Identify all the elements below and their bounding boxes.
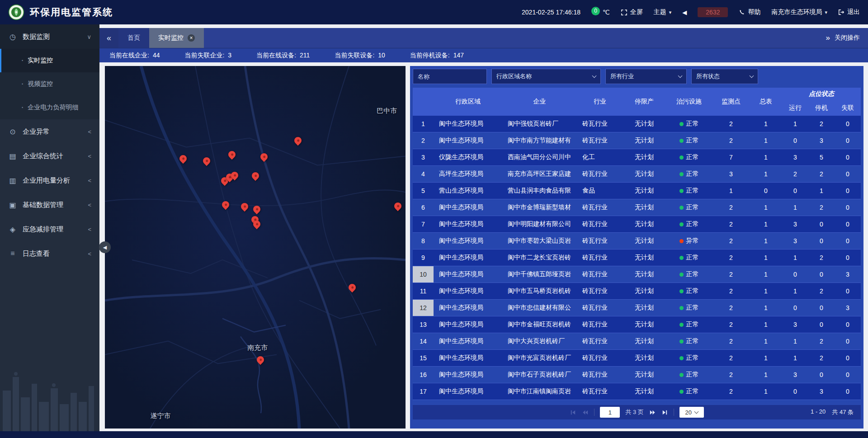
table-row[interactable]: 14 阆中生态环境局 阆中大兴页岩机砖厂 砖瓦行业 无计划 正常 2 1 1 2…	[413, 333, 861, 350]
table-row[interactable]: 13 阆中生态环境局 阆中市金福旺页岩机砖 砖瓦行业 无计划 正常 2 1 3 …	[413, 316, 861, 333]
fullscreen-button[interactable]: 全屏	[621, 8, 643, 16]
theme-dropdown[interactable]: 主题 ▾	[654, 8, 672, 16]
row-industry: 砖瓦行业	[577, 250, 623, 266]
sidebar-group-button[interactable]: ◷ 数据监测 ∨	[0, 24, 99, 49]
sidebar-group-button[interactable]: ⊙ 企业异常 <	[0, 119, 99, 144]
alert-count-badge[interactable]: 2632	[698, 7, 728, 17]
next-page-button[interactable]	[649, 409, 656, 416]
table-row[interactable]: 17 阆中生态环境局 阆中市江南镇阆南页岩 砖瓦行业 无计划 正常 2 1 0 …	[413, 383, 861, 400]
sidebar-group-icon: ◈	[8, 225, 17, 234]
table-row[interactable]: 15 阆中生态环境局 阆中市光富页岩机砖厂 砖瓦行业 无计划 正常 2 1 1 …	[413, 350, 861, 367]
row-company: 南部县页岩砖厂有限公	[502, 400, 577, 402]
row-facility: 正常	[665, 383, 712, 400]
map-collapse-handle[interactable]: ◀	[99, 241, 111, 253]
table-row[interactable]: 8 阆中生态环境局 阆中市枣碧大梁山页岩 砖瓦行业 无计划 异常 2 1 3 0…	[413, 233, 861, 250]
content-area: 巴中市南充市遂宁市 ◀ 行政区域名称 所有行业	[99, 62, 868, 431]
pagination-range: 1 - 20	[811, 408, 826, 416]
sidebar-group-button[interactable]: ▤ 企业综合统计 <	[0, 144, 99, 168]
logout-button[interactable]: 退出	[838, 8, 860, 16]
row-lost: 0	[835, 283, 861, 299]
row-stopped: 1	[808, 183, 835, 199]
row-industry: 砖瓦行业	[577, 300, 623, 316]
name-filter[interactable]	[413, 69, 487, 84]
table-row[interactable]: 2 阆中生态环境局 阆中市南方节能建材有 砖瓦行业 无计划 正常 2 1 0 3…	[413, 132, 861, 149]
row-meters: 1	[750, 216, 782, 232]
stat-label: 当前在线企业:	[109, 52, 149, 60]
row-index: 8	[413, 233, 434, 249]
stat-label: 当前失联企业:	[184, 52, 224, 60]
stat-value: 3	[228, 52, 231, 60]
stat-label: 当前停机设备:	[410, 52, 450, 60]
row-index: 15	[413, 350, 434, 366]
map-panel[interactable]: 巴中市南充市遂宁市 ◀	[105, 66, 406, 429]
row-run: 0	[782, 383, 808, 400]
map-canvas[interactable]: 巴中市南充市遂宁市	[105, 66, 406, 429]
table-row[interactable]: 6 阆中生态环境局 阆中市金博瑞新型墙材 砖瓦行业 无计划 正常 2 1 1 2…	[413, 199, 861, 216]
row-company: 阆中市金博瑞新型墙材	[502, 199, 577, 216]
tab-scroll-right-button[interactable]: »	[826, 33, 830, 42]
row-run: 1	[782, 333, 808, 349]
sidebar-group-button[interactable]: ▣ 基础数据管理 <	[0, 193, 99, 217]
row-company: 阆中市五马桥页岩机砖	[502, 283, 577, 299]
col-region: 行政区域	[434, 88, 502, 116]
status-dot	[679, 356, 684, 360]
facility-text: 正常	[686, 254, 699, 262]
sidebar-group-button[interactable]: ≡ 日志查看 <	[0, 241, 99, 266]
table-row[interactable]: 10 阆中生态环境局 阆中千佛镇五郎垭页岩 砖瓦行业 无计划 正常 2 1 0 …	[413, 266, 861, 283]
row-company: 阆中市南方节能建材有	[502, 132, 577, 149]
row-index: 10	[413, 266, 434, 283]
row-meters: 1	[750, 400, 782, 402]
sidebar-group-button[interactable]: ◈ 应急减排管理 <	[0, 217, 99, 241]
row-facility: 正常	[665, 316, 712, 333]
row-stop-status: 无计划	[623, 216, 665, 232]
row-facility: 正常	[665, 266, 712, 283]
row-company: 阆中市光富页岩机砖厂	[502, 350, 577, 366]
stat-item: 当前在线企业: 44	[109, 52, 160, 60]
pagination-bar: 1 共 3 页 20	[413, 405, 861, 419]
table-row[interactable]: 16 阆中生态环境局 阆中市石子页岩机砖厂 砖瓦行业 无计划 正常 2 1 3 …	[413, 367, 861, 383]
col-meters: 总表	[750, 88, 782, 116]
close-operations-button[interactable]: 关闭操作	[835, 34, 860, 42]
page-size-select[interactable]: 20	[679, 407, 704, 418]
name-filter-input[interactable]	[418, 73, 482, 80]
table-row[interactable]: 11 阆中生态环境局 阆中市五马桥页岩机砖 砖瓦行业 无计划 正常 2 1 1 …	[413, 283, 861, 300]
row-index: 12	[413, 300, 434, 316]
prev-page-button[interactable]	[582, 409, 589, 416]
tab-home[interactable]: 首页	[118, 28, 149, 48]
industry-filter-select[interactable]: 所有行业	[605, 69, 687, 84]
sidebar-group-label: 企业综合统计	[23, 152, 63, 160]
table-row[interactable]: 9 阆中生态环境局 阆中市二龙长宝页岩砖 砖瓦行业 无计划 正常 2 1 1 2…	[413, 250, 861, 266]
org-dropdown[interactable]: 南充市生态环境局 ▾	[771, 8, 827, 16]
tab-scroll-left-button[interactable]: «	[99, 28, 118, 48]
region-filter-select[interactable]: 行政区域名称	[491, 69, 601, 84]
app-logo-icon	[8, 4, 24, 20]
table-row[interactable]: 3 仪陇生态环境局 西南油气田分公司川中 化工 无计划 正常 7 1 3 5 0	[413, 149, 861, 166]
close-icon[interactable]: ×	[188, 34, 195, 42]
sidebar-group-button[interactable]: ▥ 企业用电量分析 <	[0, 168, 99, 193]
sidebar-item[interactable]: • 视频监控	[0, 72, 99, 96]
table-row[interactable]: 7 阆中生态环境局 阆中明阳建材有限公司 砖瓦行业 无计划 正常 2 1 3 0…	[413, 216, 861, 233]
table-row[interactable]: 5 营山生态环境局 营山县润丰肉食品有限 食品 无计划 正常 1 0 0 1 0	[413, 183, 861, 199]
status-filter-select[interactable]: 所有状态	[691, 69, 758, 84]
last-page-button[interactable]	[661, 409, 668, 416]
row-meters: 1	[750, 266, 782, 283]
status-dot	[679, 339, 684, 344]
tab-realtime-monitor[interactable]: 实时监控 ×	[149, 28, 204, 48]
sidebar-group: ⊙ 企业异常 <	[0, 119, 99, 144]
table-row[interactable]: 18 南部生态环境局 南部县页岩砖厂有限公 砖瓦行业 无计划 正常 2 1 0 …	[413, 400, 861, 402]
row-points: 2	[712, 383, 750, 400]
help-button[interactable]: 帮助	[739, 8, 760, 16]
table-row[interactable]: 1 阆中生态环境局 阆中强锐页岩砖厂 砖瓦行业 无计划 正常 2 1 1 2 0	[413, 116, 861, 132]
page-number-input[interactable]: 1	[600, 407, 620, 418]
row-stop-status: 无计划	[623, 333, 665, 349]
row-meters: 1	[750, 333, 782, 349]
speaker-icon[interactable]: ◀	[682, 9, 687, 16]
row-lost: 0	[835, 316, 861, 333]
row-lost: 3	[835, 300, 861, 316]
table-row[interactable]: 4 高坪生态环境局 南充市高坪区王家店建 砖瓦行业 无计划 正常 3 1 2 2…	[413, 166, 861, 183]
first-page-button[interactable]	[570, 409, 576, 416]
row-run: 0	[782, 183, 808, 199]
table-row[interactable]: 12 阆中生态环境局 阆中市忠信建材有限公 砖瓦行业 无计划 正常 2 1 0 …	[413, 300, 861, 316]
sidebar-item[interactable]: • 实时监控	[0, 49, 99, 72]
sidebar-item[interactable]: • 企业电力负荷明细	[0, 96, 99, 119]
